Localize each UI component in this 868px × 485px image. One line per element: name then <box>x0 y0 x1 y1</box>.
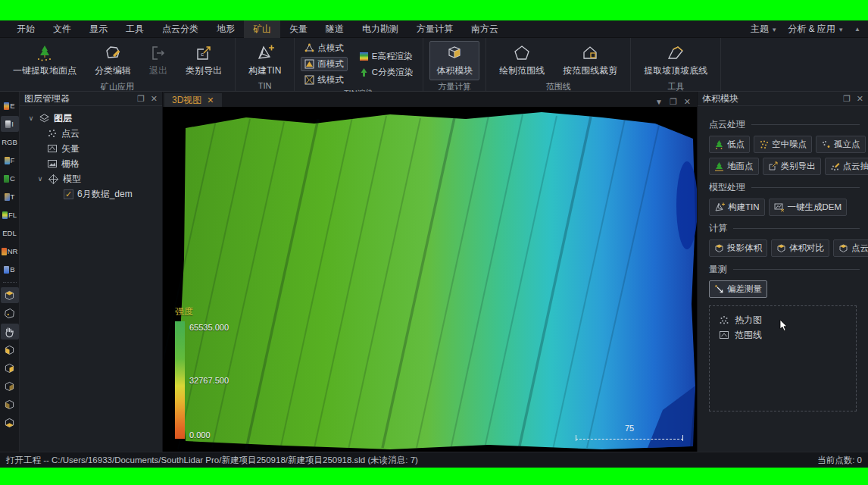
mouse-cursor <box>779 319 788 334</box>
class-export-button[interactable]: c 类别导出 <box>179 41 229 80</box>
vector-icon <box>47 143 58 154</box>
theme-dropdown[interactable]: 主题 ▼ <box>751 23 777 36</box>
point-mode-button[interactable]: 点模式 <box>301 41 348 55</box>
screen-top-border <box>0 0 868 20</box>
low-point-button[interactable]: 低点 <box>709 136 750 153</box>
build-tin-label: 构建TIN <box>248 64 281 77</box>
layer-manager-panel: 图层管理器 ❐ ✕ ∨ 图层 点云 矢量 <box>20 92 163 452</box>
menu-mining[interactable]: 矿山 <box>244 20 280 38</box>
volume-compare-button[interactable]: 体积对比 <box>771 239 829 257</box>
one-click-dem-button[interactable]: 一键生成DEM <box>769 199 848 216</box>
nr-render-tool[interactable]: NR <box>1 243 19 259</box>
tab-close-icon[interactable]: ✕ <box>207 95 214 105</box>
ribbon-group-tin: 构建TIN TIN <box>236 38 295 91</box>
perspective-view-tool[interactable] <box>1 305 19 321</box>
menu-pointcloud-classify[interactable]: 点云分类 <box>153 20 208 38</box>
extract-ground-button[interactable]: 一键提取地面点 <box>6 41 83 80</box>
class-export-label: 类别导出 <box>186 64 222 77</box>
menu-display[interactable]: 显示 <box>80 20 117 38</box>
isolated-point-button[interactable]: 孤立点 <box>816 136 866 153</box>
air-noise-button[interactable]: 空中噪点 <box>754 136 812 153</box>
ribbon-group-tin-render: 点模式 面模式 线模式 E高程渲染 <box>295 38 423 91</box>
projected-volume-button[interactable]: 投影体积 <box>709 239 767 257</box>
layer-pointcloud-row[interactable]: 点云 <box>23 126 159 141</box>
right-view-tool[interactable] <box>1 396 19 412</box>
menu-power-survey[interactable]: 电力勘测 <box>353 20 407 38</box>
export-icon: c <box>195 44 213 62</box>
class-render-button[interactable]: C分类渲染 <box>355 65 417 80</box>
face-mode-label: 面模式 <box>317 58 344 70</box>
close-view-icon[interactable]: ✕ <box>684 97 691 107</box>
exit-button: 退出 <box>142 41 174 80</box>
close-panel-icon[interactable]: ✕ <box>857 94 863 104</box>
intensity-render-tool[interactable]: I <box>1 116 19 132</box>
menu-volume-calc[interactable]: 方量计算 <box>407 20 462 38</box>
menu-terrain[interactable]: 地形 <box>208 20 244 38</box>
layer-vector-row[interactable]: 矢量 <box>23 141 159 156</box>
class-export-panel-button[interactable]: 类别导出 <box>763 158 821 175</box>
menu-south-cloud[interactable]: 南方云 <box>462 20 507 38</box>
line-mode-button[interactable]: 线模式 <box>301 73 348 87</box>
cube-front-icon <box>3 343 16 356</box>
volume-module-button[interactable]: 体积模块 <box>429 41 479 80</box>
chevron-down-icon[interactable]: ∨ <box>27 114 35 122</box>
close-panel-icon[interactable]: ✕ <box>151 94 158 104</box>
layer-root-row[interactable]: ∨ 图层 <box>23 111 159 126</box>
thin-pointcloud-button[interactable]: 点云抽稀 <box>825 158 868 175</box>
layer-model-row[interactable]: ∨ 模型 <box>23 171 159 186</box>
classify-edit-button[interactable]: 分类编辑 <box>88 41 138 80</box>
menu-tunnel[interactable]: 隧道 <box>317 20 353 38</box>
dem-checkbox[interactable]: ✓ <box>64 189 73 199</box>
view-tab-bar: 3D视图 ✕ ▼ ❐ ✕ <box>163 92 697 107</box>
layer-pointcloud-label: 点云 <box>61 127 80 140</box>
flight-render-tool[interactable]: F <box>1 152 19 168</box>
chevron-down-icon[interactable]: ∨ <box>36 175 44 183</box>
layer-root-label: 图层 <box>54 112 72 125</box>
tab-3d-view[interactable]: 3D视图 ✕ <box>164 93 222 107</box>
extract-slope-label: 提取坡顶坡底线 <box>644 64 707 77</box>
layer-dem-row[interactable]: ✓ 6月数据_dem <box>23 186 159 202</box>
float-panel-icon[interactable]: ❐ <box>843 94 851 104</box>
restore-view-icon[interactable]: ❐ <box>670 97 677 107</box>
fl-render-tool[interactable]: FL <box>1 207 19 223</box>
collapse-ribbon-icon[interactable]: ▲ <box>854 26 860 33</box>
top-view-tool[interactable] <box>1 287 19 303</box>
3d-viewport[interactable]: 强度 65535.000 32767.500 0.000 75 <box>163 107 697 452</box>
back-view-tool[interactable] <box>1 360 19 376</box>
tab-list-dropdown-icon[interactable]: ▼ <box>655 98 663 106</box>
extract-slope-button[interactable]: 提取坡顶坡底线 <box>637 41 714 80</box>
layer-model-label: 模型 <box>63 173 81 186</box>
status-bar: 打开工程 -- C:/Users/16933/Documents/SouthLi… <box>0 452 868 468</box>
layer-raster-row[interactable]: 栅格 <box>23 156 159 171</box>
analysis-app-dropdown[interactable]: 分析 & 应用 ▼ <box>788 23 844 36</box>
build-tin-panel-button[interactable]: 构建TIN <box>709 199 765 216</box>
front-view-tool[interactable] <box>1 342 19 358</box>
left-view-tool[interactable] <box>1 378 19 394</box>
elevation-render-button[interactable]: E高程渲染 <box>355 49 417 64</box>
menu-file[interactable]: 文件 <box>44 20 80 38</box>
draw-boundary-button[interactable]: 绘制范围线 <box>492 41 551 80</box>
clock-mini-icon <box>5 193 10 201</box>
deviation-measure-button[interactable]: 偏差测量 <box>709 280 767 298</box>
build-tin-button[interactable]: 构建TIN <box>242 41 288 80</box>
menu-start[interactable]: 开始 <box>8 20 44 38</box>
bottom-view-tool[interactable] <box>1 415 19 430</box>
pointcloud-compare-button[interactable]: 点云对比 <box>833 239 868 257</box>
class-render-tool[interactable]: C <box>1 171 19 186</box>
section-divider <box>733 269 860 270</box>
menu-vector[interactable]: 矢量 <box>280 20 317 38</box>
pan-tool[interactable] <box>1 324 19 340</box>
section-divider <box>751 124 860 125</box>
b-render-tool[interactable]: B <box>1 261 19 277</box>
elevation-render-tool[interactable]: E <box>1 98 19 114</box>
rgb-render-tool[interactable]: RGB <box>1 134 19 150</box>
clip-boundary-button[interactable]: 按范围线裁剪 <box>556 41 624 80</box>
face-mode-button[interactable]: 面模式 <box>301 57 348 71</box>
time-render-tool[interactable]: T <box>1 189 19 205</box>
float-panel-icon[interactable]: ❐ <box>137 94 145 104</box>
ground-point-button[interactable]: 地面点 <box>709 158 759 175</box>
edl-render-tool[interactable]: EDL <box>1 225 19 241</box>
tree-mini-icon <box>4 175 9 183</box>
polygon-pencil-icon <box>104 44 122 62</box>
menu-tools[interactable]: 工具 <box>117 20 153 38</box>
